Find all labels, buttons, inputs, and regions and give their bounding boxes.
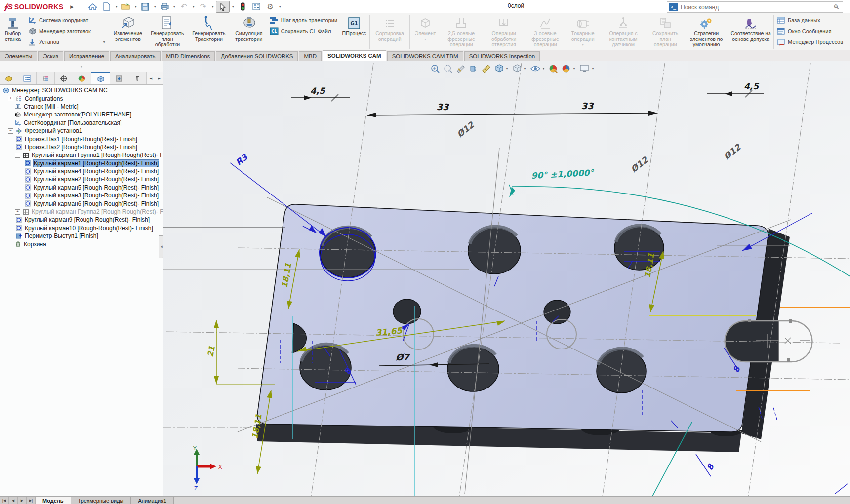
feature-button[interactable]: Элемент ▾	[410, 13, 440, 50]
coordinate-system-button[interactable]: Система координат	[28, 15, 105, 25]
measure-button[interactable]	[482, 64, 491, 73]
machine-select-button[interactable]: Выбор станка	[0, 13, 26, 50]
turn-operations-button[interactable]: Токарные операции ▾	[566, 13, 600, 50]
message-window-button[interactable]: Окно Сообщения	[776, 26, 843, 36]
hole-pocket4[interactable]	[300, 344, 351, 390]
tab-solidworks-addins[interactable]: Добавления SOLIDWORKS	[216, 51, 298, 61]
search-input[interactable]	[678, 4, 833, 11]
menu-expand-icon[interactable]: ▶	[70, 4, 74, 9]
tab-solidworks-inspection[interactable]: SOLIDWORKS Inspection	[464, 51, 540, 61]
setup-dropdown[interactable]: ▾	[103, 40, 105, 44]
tab-scroll-prev[interactable]: ◀	[9, 497, 18, 504]
tab-mbd-dimensions[interactable]: MBD Dimensions	[162, 51, 215, 61]
save-dropdown[interactable]: ▾	[153, 4, 157, 9]
generate-toolpaths-button[interactable]: Генерировать Траектории	[188, 13, 230, 50]
panel-tabs-scroll-right[interactable]: ▶	[155, 72, 163, 84]
expand-icon[interactable]: +	[8, 96, 13, 101]
tab-feature-tree[interactable]	[0, 72, 18, 84]
display-style-dropdown[interactable]: ▾	[523, 66, 527, 71]
tree-item-pocket1-selected[interactable]: Круглый карман1 [Rough-Rough(Rest)- Fini…	[0, 159, 163, 167]
print-dropdown[interactable]: ▾	[172, 4, 176, 9]
tree-item-stock-manager[interactable]: Менеджер заготовок[POLYURETHANE]	[0, 111, 163, 118]
stock-manager-button[interactable]: Менеджер заготовок	[28, 26, 105, 36]
save-cl-file-button[interactable]: CL Сохранить CL Файл	[270, 26, 337, 36]
tree-item-pocket2[interactable]: Круглый карман2 [Rough-Rough(Rest)- Fini…	[0, 175, 163, 183]
postprocess-button[interactable]: G1 ППроцесс	[339, 13, 369, 50]
hide-show-items-button[interactable]: ▾	[530, 65, 546, 73]
hole-pocket6[interactable]	[597, 349, 646, 393]
graphics-viewport[interactable]: ▾ ▾ ▾ ▾ ▾	[163, 61, 850, 496]
bottom-tab-animation1[interactable]: Анимация1	[131, 497, 174, 504]
new-file-dropdown[interactable]: ▾	[114, 4, 119, 9]
tab-cam-feature-tree[interactable]	[91, 72, 110, 84]
home-button[interactable]	[86, 1, 99, 12]
select-dropdown[interactable]: ▾	[231, 4, 235, 9]
hole-pocket5[interactable]	[447, 346, 499, 391]
extract-features-button[interactable]: Извлечение элементов	[109, 13, 147, 50]
step-through-toolpath-button[interactable]: Шаг вдоль траектории	[270, 15, 337, 25]
view-orientation-button[interactable]: ▾	[494, 64, 509, 73]
zoom-area-button[interactable]	[443, 64, 453, 73]
bottom-tab-model[interactable]: Модель	[36, 497, 71, 504]
apply-scene-button[interactable]: ▾	[562, 64, 576, 73]
search-icon[interactable]: 🔍︎	[833, 3, 840, 11]
tab-scroll-last[interactable]: ▶|	[27, 497, 36, 504]
tree-item-recycle-bin[interactable]: Корзина	[0, 240, 163, 248]
database-button[interactable]: База данных	[776, 15, 843, 25]
view-settings-dropdown[interactable]: ▾	[591, 66, 595, 71]
collapse-icon[interactable]: −	[15, 153, 20, 158]
undo-dropdown[interactable]: ▾	[191, 4, 196, 9]
tree-item-cam-nc-manager[interactable]: Менеджер SOLIDWORKS CAM NC	[0, 86, 163, 94]
open-file-button[interactable]	[120, 1, 132, 12]
simulate-toolpath-button[interactable]: Симуляция траектории	[230, 13, 268, 50]
tree-item-slot1[interactable]: Произв.Паз1 [Rough-Rough(Rest)- Finish]	[0, 135, 163, 143]
setup-button[interactable]: Установ ▾	[28, 37, 105, 47]
tab-evaluate[interactable]: Анализировать	[110, 51, 160, 61]
tab-scroll-first[interactable]: |◀	[0, 497, 9, 504]
tree-item-perimeter-boss[interactable]: Периметр-Выступ1 [Finish]	[0, 232, 163, 240]
panel-tabs-scroll-left[interactable]: ◀	[147, 72, 155, 84]
display-style-button[interactable]: ▾	[512, 64, 527, 73]
expand-icon[interactable]: +	[15, 209, 20, 215]
edit-appearance-button[interactable]	[549, 64, 559, 73]
tab-display-manager[interactable]	[73, 72, 91, 84]
tree-item-pocket-group1[interactable]: − Круглый карман Группа1 [Rough-Rough(Re…	[0, 151, 163, 159]
tab-solidworks-cam-tbm[interactable]: SOLIDWORKS CAM TBM	[387, 51, 463, 61]
tab-configurations[interactable]	[37, 72, 55, 84]
tree-item-configurations[interactable]: + Configurations	[0, 94, 163, 102]
redo-button[interactable]: ↷	[197, 1, 209, 12]
settings-dropdown[interactable]: ▾	[278, 4, 282, 9]
sort-operations-button[interactable]: Сортировка операций	[370, 13, 409, 50]
tree-item-coordinate-system[interactable]: СистКоординат [Пользовательская]	[0, 119, 163, 127]
redo-dropdown[interactable]: ▾	[210, 4, 215, 9]
new-file-button[interactable]	[100, 1, 113, 12]
tree-item-pocket5[interactable]: Круглый карман5 [Rough-Rough(Rest)- Fini…	[0, 184, 163, 192]
settings-gear-button[interactable]: ⚙	[264, 1, 277, 12]
probe-operation-button[interactable]: Операция с контактным датчиком	[600, 13, 647, 50]
tree-item-pocket4[interactable]: Круглый карман4 [Rough-Rough(Rest)- Fini…	[0, 167, 163, 175]
save-button[interactable]	[139, 1, 152, 12]
model-canvas[interactable]: 90° ±1,0000° 4,5	[163, 61, 850, 496]
view-orientation-dropdown[interactable]: ▾	[505, 66, 509, 71]
generate-plan-button[interactable]: Генерировать план обработки	[147, 13, 188, 50]
tab-repair[interactable]: Исправление	[64, 51, 109, 61]
tab-cam-tools[interactable]	[128, 72, 147, 84]
tree-item-pocket-group2[interactable]: + Круглый карман Группа2 [Rough-Rough(Re…	[0, 208, 163, 216]
options-list-button[interactable]	[250, 1, 263, 12]
layer-label[interactable]: 0слой	[508, 2, 524, 9]
hole-pocket3[interactable]	[614, 226, 664, 270]
tab-solidworks-cam[interactable]: SOLIDWORKS CAM	[323, 50, 386, 61]
tree-item-pocket10[interactable]: Круглый карман10 [Rough-Rough(Rest)- Fin…	[0, 224, 163, 232]
tab-dimxpert[interactable]	[55, 72, 73, 84]
print-button[interactable]	[158, 1, 171, 12]
section-view-button[interactable]	[456, 64, 466, 73]
hole-operations-button[interactable]: Операции обработки отверстия	[483, 13, 525, 50]
tab-features[interactable]: Элементы	[0, 51, 37, 61]
tolerance-match-button[interactable]: Соответствие на основе допуска	[729, 13, 773, 50]
tree-item-machine[interactable]: Станок [Mill - Metric]	[0, 103, 163, 111]
select-cursor-button[interactable]	[216, 1, 230, 13]
tab-sketch[interactable]: Эскиз	[38, 51, 63, 61]
feature-dropdown[interactable]: ▾	[424, 37, 426, 42]
tab-cam-operation-tree[interactable]	[110, 72, 128, 84]
bottom-tab-3d-views[interactable]: Трехмерные виды	[71, 497, 131, 504]
